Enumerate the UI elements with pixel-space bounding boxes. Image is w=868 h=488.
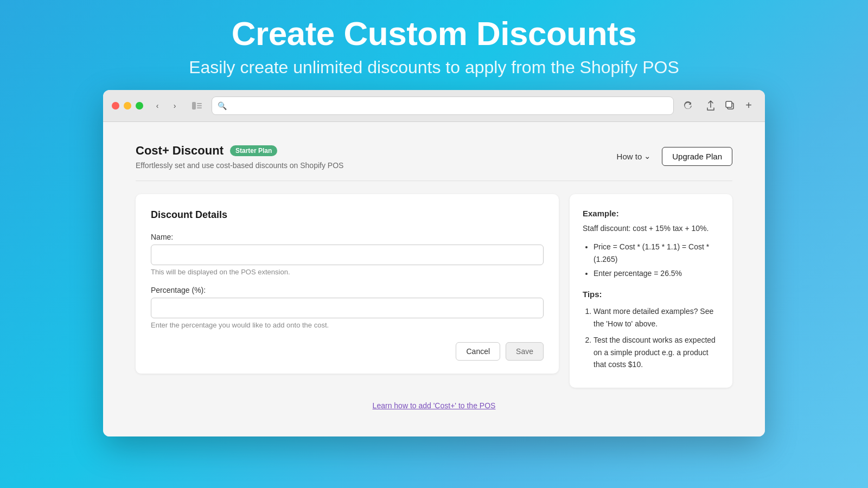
percentage-hint: Enter the percentage you would like to a… bbox=[151, 321, 544, 329]
page-title: Create Custom Discounts bbox=[22, 15, 846, 52]
cancel-button[interactable]: Cancel bbox=[456, 342, 500, 361]
app-title-row: Cost+ Discount Starter Plan bbox=[136, 144, 343, 158]
svg-rect-5 bbox=[726, 101, 732, 107]
svg-rect-2 bbox=[197, 105, 202, 106]
main-content: Discount Details Name: This will be disp… bbox=[136, 194, 732, 388]
name-hint: This will be displayed on the POS extens… bbox=[151, 268, 544, 276]
sidebar-toggle-button[interactable] bbox=[189, 98, 205, 113]
close-button[interactable] bbox=[112, 102, 119, 110]
share-button[interactable] bbox=[702, 98, 719, 113]
name-input[interactable] bbox=[151, 245, 544, 265]
app-header: Cost+ Discount Starter Plan Effortlessly… bbox=[136, 144, 732, 181]
svg-rect-3 bbox=[197, 107, 202, 108]
traffic-lights bbox=[112, 102, 143, 110]
tips-title: Tips: bbox=[583, 288, 719, 301]
plan-badge: Starter Plan bbox=[230, 145, 277, 156]
example-panel: Example: Staff discount: cost + 15% tax … bbox=[570, 194, 732, 388]
name-form-group: Name: This will be displayed on the POS … bbox=[151, 233, 544, 276]
upgrade-plan-button[interactable]: Upgrade Plan bbox=[662, 147, 732, 166]
svg-rect-0 bbox=[192, 102, 196, 110]
browser-window: ‹ › 🔍 bbox=[103, 90, 765, 436]
page-header: Create Custom Discounts Easily create un… bbox=[0, 0, 868, 90]
nav-buttons: ‹ › bbox=[150, 98, 182, 113]
svg-rect-1 bbox=[197, 103, 202, 104]
example-title: Example: bbox=[583, 207, 719, 220]
bottom-link-section: Learn how to add 'Cost+' to the POS bbox=[136, 401, 732, 410]
new-tab-button[interactable]: + bbox=[741, 98, 756, 113]
app-header-actions: How to ⌄ Upgrade Plan bbox=[612, 147, 732, 166]
maximize-button[interactable] bbox=[136, 102, 143, 110]
discount-details-card: Discount Details Name: This will be disp… bbox=[136, 194, 559, 374]
form-actions: Cancel Save bbox=[151, 342, 544, 361]
search-icon: 🔍 bbox=[218, 101, 227, 110]
tip-1: Want more detailed examples? See the 'Ho… bbox=[593, 305, 719, 330]
tips-list: Want more detailed examples? See the 'Ho… bbox=[593, 305, 719, 370]
browser-chrome: ‹ › 🔍 bbox=[103, 90, 765, 122]
example-description: Staff discount: cost + 15% tax + 10%. bbox=[583, 222, 719, 234]
back-button[interactable]: ‹ bbox=[150, 98, 165, 113]
percentage-label: Percentage (%): bbox=[151, 286, 544, 294]
example-bullet-2: Enter percentage = 26.5% bbox=[593, 267, 719, 279]
learn-link[interactable]: Learn how to add 'Cost+' to the POS bbox=[373, 401, 496, 410]
chevron-down-icon: ⌄ bbox=[644, 151, 651, 161]
save-button[interactable]: Save bbox=[506, 342, 544, 361]
how-to-button[interactable]: How to ⌄ bbox=[612, 148, 656, 164]
duplicate-button[interactable] bbox=[722, 98, 739, 113]
app-description: Effortlessly set and use cost-based disc… bbox=[136, 161, 343, 170]
reload-button[interactable] bbox=[680, 98, 695, 113]
browser-actions: + bbox=[702, 98, 756, 113]
page-subtitle: Easily create unlimited discounts to app… bbox=[22, 56, 846, 79]
address-bar[interactable]: 🔍 bbox=[212, 97, 674, 115]
name-label: Name: bbox=[151, 233, 544, 241]
app-title: Cost+ Discount bbox=[136, 144, 224, 158]
card-title: Discount Details bbox=[151, 209, 544, 221]
browser-content: Cost+ Discount Starter Plan Effortlessly… bbox=[103, 122, 765, 436]
tip-2: Test the discount works as expected on a… bbox=[593, 334, 719, 370]
percentage-form-group: Percentage (%): Enter the percentage you… bbox=[151, 286, 544, 329]
minimize-button[interactable] bbox=[124, 102, 131, 110]
app-title-section: Cost+ Discount Starter Plan Effortlessly… bbox=[136, 144, 343, 170]
percentage-input[interactable] bbox=[151, 298, 544, 318]
forward-button[interactable]: › bbox=[167, 98, 182, 113]
example-list: Price = Cost * (1.15 * 1.1) = Cost * (1.… bbox=[593, 241, 719, 279]
example-bullet-1: Price = Cost * (1.15 * 1.1) = Cost * (1.… bbox=[593, 241, 719, 265]
